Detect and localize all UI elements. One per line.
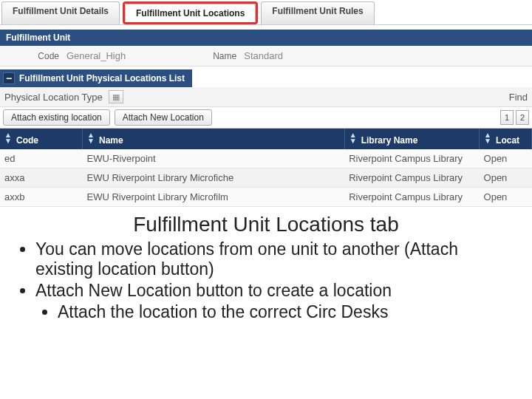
cell-location: Open (480, 168, 532, 188)
table-row[interactable]: axxa EWU Riverpoint Library Microfiche R… (0, 168, 532, 188)
notes-subbullet: Attach the location to the correct Circ … (58, 302, 517, 322)
tab-bar: Fulfillment Unit Details Fulfillment Uni… (0, 0, 532, 24)
locations-table: ▲▼Code ▲▼Name ▲▼Library Name ▲▼Locat ed … (0, 129, 532, 207)
table-row[interactable]: axxb EWU Riverpoint Library Microfilm Ri… (0, 188, 532, 207)
tab-locations-highlight: Fulfillment Unit Locations (123, 1, 258, 24)
tab-rules[interactable]: Fulfillment Unit Rules (261, 1, 374, 24)
cell-code: axxa (0, 168, 82, 188)
attach-new-button[interactable]: Attach New Location (115, 109, 212, 126)
notes-bullet: You can move locations from one unit to … (35, 239, 517, 279)
code-value: General_High (66, 50, 126, 61)
divider (0, 24, 532, 25)
col-location[interactable]: ▲▼Locat (480, 129, 532, 149)
name-label: Name (185, 51, 236, 61)
page-1[interactable]: 1 (500, 110, 514, 125)
attach-existing-button[interactable]: Attach existing location (3, 109, 110, 126)
tab-locations[interactable]: Fulfillment Unit Locations (125, 4, 256, 22)
col-code[interactable]: ▲▼Code (0, 129, 82, 149)
notes-heading: Fulfillment Unit Locations tab (15, 213, 517, 236)
sort-icon: ▲▼ (4, 132, 13, 144)
action-row: Attach existing location Attach New Loca… (0, 107, 532, 129)
col-library[interactable]: ▲▼Library Name (344, 129, 479, 149)
find-label: Find (509, 92, 528, 103)
cell-library: Riverpoint Campus Library (344, 188, 479, 207)
section-locations-title: Fulfillment Unit Physical Locations List (19, 73, 185, 83)
col-name[interactable]: ▲▼Name (82, 129, 344, 149)
filter-type-picker[interactable]: ▦ (109, 90, 123, 103)
collapse-icon[interactable]: − (3, 72, 15, 84)
filter-row: Physical Location Type ▦ Find (0, 87, 532, 107)
cell-name: EWU-Riverpoint (82, 149, 344, 168)
sort-icon: ▲▼ (484, 132, 493, 144)
grid-icon: ▦ (112, 92, 120, 102)
sort-icon: ▲▼ (349, 132, 358, 144)
cell-name: EWU Riverpoint Library Microfiche (82, 168, 344, 188)
tab-details[interactable]: Fulfillment Unit Details (1, 1, 120, 24)
cell-code: axxb (0, 188, 82, 207)
cell-name: EWU Riverpoint Library Microfilm (82, 188, 344, 207)
slide-notes: Fulfillment Unit Locations tab You can m… (0, 207, 532, 338)
notes-bullet: Attach New Location button to create a l… (35, 281, 517, 322)
table-row[interactable]: ed EWU-Riverpoint Riverpoint Campus Libr… (0, 149, 532, 168)
section-fulfillment-unit: Fulfillment Unit (0, 30, 532, 46)
cell-library: Riverpoint Campus Library (344, 149, 479, 168)
unit-form-row: Code General_High Name Standard (0, 46, 532, 66)
cell-code: ed (0, 149, 82, 168)
section-locations-list: − Fulfillment Unit Physical Locations Li… (0, 69, 192, 87)
cell-library: Riverpoint Campus Library (344, 168, 479, 188)
filter-type-label: Physical Location Type (4, 92, 103, 103)
page-2[interactable]: 2 (516, 110, 529, 125)
name-value: Standard (244, 50, 283, 61)
code-label: Code (7, 51, 59, 61)
cell-location: Open (480, 149, 532, 168)
pager: 1 2 (500, 110, 529, 125)
sort-icon: ▲▼ (87, 132, 96, 144)
cell-location: Open (480, 188, 532, 207)
